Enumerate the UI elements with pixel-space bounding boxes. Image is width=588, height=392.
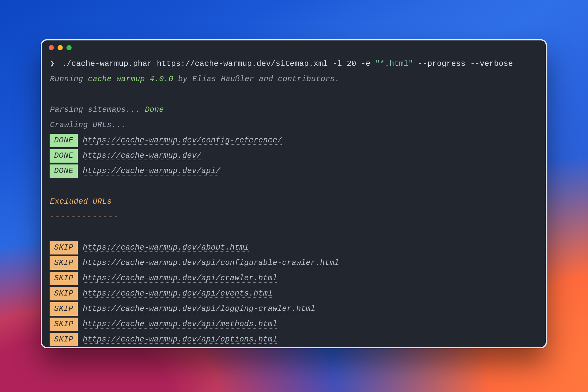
status-row: SKIP https://cache-warmup.dev/api/loggin… — [50, 301, 538, 317]
url-link[interactable]: https://cache-warmup.dev/api/ — [83, 164, 221, 179]
crawling-line: Crawling URLs... — [50, 118, 538, 133]
running-suffix: by Elias Häußler and contributors. — [173, 75, 340, 84]
url-link[interactable]: https://cache-warmup.dev/api/configurabl… — [83, 255, 339, 271]
excluded-title: Excluded URLs — [50, 194, 538, 209]
window-zoom-button[interactable] — [66, 45, 72, 50]
status-badge-skip: SKIP — [50, 333, 78, 346]
excluded-divider: ------------- — [50, 209, 538, 225]
app-name-version: cache warmup 4.0.0 — [88, 75, 173, 84]
url-link[interactable]: https://cache-warmup.dev/api/logging-cra… — [83, 301, 315, 317]
status-row: DONE https://cache-warmup.dev/api/ — [50, 164, 538, 179]
parsing-status: Done — [145, 105, 164, 114]
url-link[interactable]: https://cache-warmup.dev/api/options.htm… — [83, 332, 277, 347]
status-row: SKIP https://cache-warmup.dev/api/crawle… — [50, 271, 538, 286]
parsing-label: Parsing sitemaps... — [50, 105, 145, 114]
command-flags-b: --progress --verbose — [418, 59, 513, 68]
status-badge-skip: SKIP — [50, 318, 78, 331]
url-link[interactable]: https://cache-warmup.dev/api/events.html — [83, 286, 273, 301]
status-row: SKIP https://cache-warmup.dev/api/config… — [50, 255, 538, 271]
status-badge-skip: SKIP — [50, 272, 78, 285]
status-badge-skip: SKIP — [50, 241, 78, 254]
status-badge-skip: SKIP — [50, 256, 78, 270]
url-link[interactable]: https://cache-warmup.dev/config-referenc… — [83, 133, 282, 148]
status-row: SKIP https://cache-warmup.dev/api/events… — [50, 286, 538, 301]
running-line: Running cache warmup 4.0.0 by Elias Häuß… — [50, 72, 538, 87]
status-badge-done: DONE — [50, 149, 78, 163]
status-row: DONE https://cache-warmup.dev/ — [50, 148, 538, 164]
status-badge-done: DONE — [50, 134, 78, 147]
window-close-button[interactable] — [49, 45, 54, 50]
prompt-line: ❯ ./cache-warmup.phar https://cache-warm… — [50, 56, 538, 72]
status-row: DONE https://cache-warmup.dev/config-ref… — [50, 133, 538, 148]
url-link[interactable]: https://cache-warmup.dev/ — [83, 148, 202, 164]
url-link[interactable]: https://cache-warmup.dev/api/methods.htm… — [83, 317, 277, 332]
status-row: SKIP https://cache-warmup.dev/about.html — [50, 240, 538, 255]
command-arg: https://cache-warmup.dev/sitemap.xml — [157, 59, 328, 68]
status-badge-done: DONE — [50, 164, 78, 178]
window-titlebar — [42, 40, 546, 55]
status-badge-skip: SKIP — [50, 287, 78, 300]
status-badge-skip: SKIP — [50, 302, 78, 316]
terminal-content[interactable]: ❯ ./cache-warmup.phar https://cache-warm… — [42, 55, 546, 347]
url-link[interactable]: https://cache-warmup.dev/about.html — [83, 240, 249, 255]
prompt-symbol: ❯ — [50, 59, 55, 68]
skip-rows: SKIP https://cache-warmup.dev/about.html… — [50, 240, 538, 347]
running-prefix: Running — [50, 75, 88, 84]
status-row: SKIP https://cache-warmup.dev/api/method… — [50, 317, 538, 332]
command-pattern: "*.html" — [375, 59, 413, 68]
command: ./cache-warmup.phar — [62, 59, 152, 68]
window-minimize-button[interactable] — [58, 45, 63, 50]
url-link[interactable]: https://cache-warmup.dev/api/crawler.htm… — [83, 271, 277, 286]
terminal-window: ❯ ./cache-warmup.phar https://cache-warm… — [41, 39, 547, 348]
status-row: SKIP https://cache-warmup.dev/api/option… — [50, 332, 538, 347]
command-flags-a: -l 20 -e — [333, 59, 371, 68]
done-rows: DONE https://cache-warmup.dev/config-ref… — [50, 133, 538, 179]
parsing-line: Parsing sitemaps... Done — [50, 102, 538, 118]
